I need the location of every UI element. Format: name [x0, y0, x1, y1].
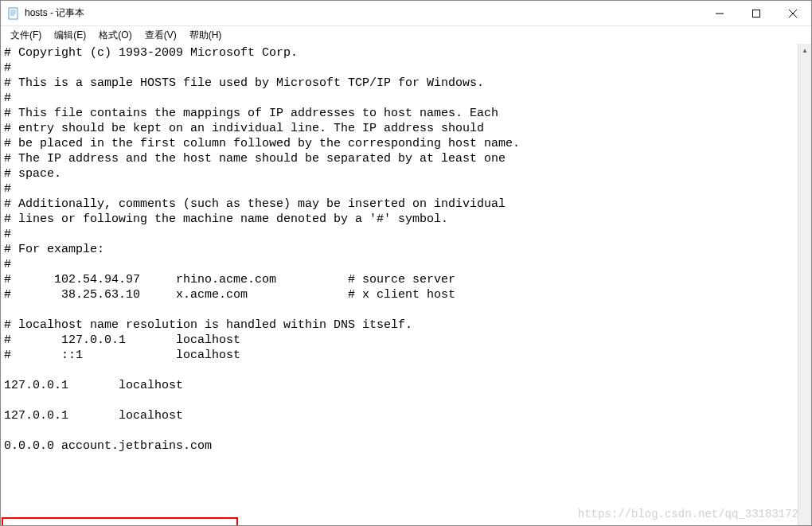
window-title: hosts - 记事本 — [25, 6, 701, 20]
notepad-icon — [7, 7, 20, 20]
window-controls — [701, 1, 811, 25]
menubar: 文件(F) 编辑(E) 格式(O) 查看(V) 帮助(H) — [1, 26, 811, 44]
menu-help[interactable]: 帮助(H) — [183, 27, 228, 44]
editor-container: # Copyright (c) 1993-2009 Microsoft Corp… — [1, 44, 811, 525]
menu-edit[interactable]: 编辑(E) — [48, 27, 92, 44]
maximize-button[interactable] — [738, 1, 775, 25]
text-editor[interactable]: # Copyright (c) 1993-2009 Microsoft Corp… — [1, 44, 811, 525]
menu-file[interactable]: 文件(F) — [4, 27, 48, 44]
close-button[interactable] — [775, 1, 811, 25]
menu-view[interactable]: 查看(V) — [139, 27, 183, 44]
menu-format[interactable]: 格式(O) — [92, 27, 138, 44]
svg-rect-6 — [753, 10, 760, 17]
minimize-button[interactable] — [701, 1, 738, 25]
titlebar: hosts - 记事本 — [1, 1, 811, 26]
vertical-scrollbar[interactable]: ▲ — [798, 44, 811, 525]
scroll-up-arrow[interactable]: ▲ — [798, 44, 811, 57]
